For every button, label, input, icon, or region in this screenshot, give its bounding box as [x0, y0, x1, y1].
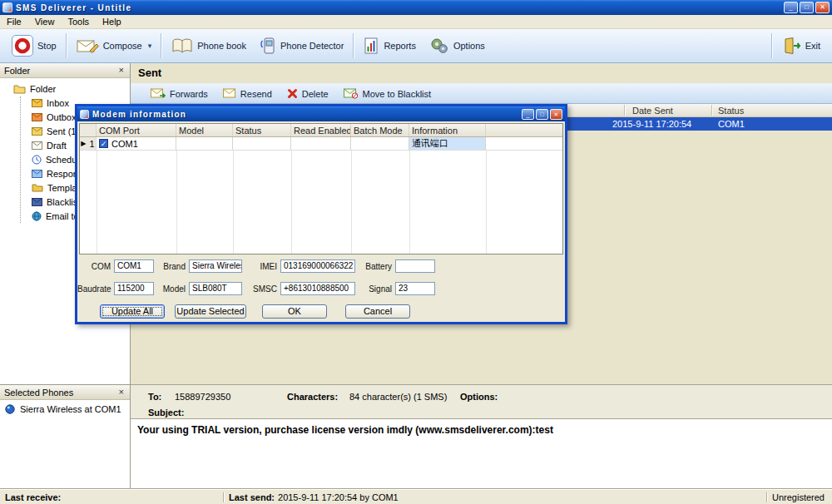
app-window: SMS Deliverer - Untitle _ □ ✕ File View … [0, 0, 832, 504]
phone-detector-label: Phone Detector [280, 41, 344, 51]
sidebar-item-folder-root[interactable]: Folder [0, 82, 130, 96]
schedule-icon [32, 155, 42, 165]
stop-label: Stop [37, 41, 57, 51]
close-icon[interactable]: × [117, 66, 126, 75]
column-header-com-port[interactable]: COM Port [97, 124, 176, 136]
delete-button[interactable]: Delete [287, 88, 329, 99]
delete-icon [287, 88, 298, 99]
folder-panel-title: Folder [4, 66, 30, 76]
selected-phones-panel: Selected Phones × Sierra Wireless at COM… [0, 384, 131, 489]
move-to-blacklist-button[interactable]: Move to Blacklist [344, 88, 432, 99]
model-field[interactable]: SLB080T [189, 282, 242, 295]
sent-icon [32, 127, 42, 136]
forwards-label: Forwards [170, 89, 208, 99]
column-header-information[interactable]: Information [409, 124, 486, 136]
toolbar-separator [161, 33, 162, 58]
smsc-field[interactable]: +8613010888500 [280, 282, 355, 295]
com-field[interactable]: COM1 [114, 259, 154, 273]
grid-line [291, 151, 292, 254]
to-field[interactable]: 15889729350 [175, 392, 230, 402]
battery-field[interactable] [395, 259, 435, 273]
phone-icon [5, 404, 15, 414]
stop-button[interactable]: Stop [5, 32, 63, 60]
grid-line [409, 151, 410, 254]
reports-button[interactable]: Reports [357, 32, 423, 60]
column-separator [624, 105, 625, 116]
forwards-button[interactable]: Forwards [151, 88, 208, 99]
menu-tools[interactable]: Tools [61, 16, 96, 27]
column-header-batch-mode[interactable]: Batch Mode [351, 124, 409, 136]
resend-label: Resend [240, 89, 272, 99]
move-to-blacklist-icon [344, 88, 359, 99]
modem-grid-header: COM Port Model Status Read Enabled Batch… [80, 124, 562, 137]
row-index: 1 [90, 139, 95, 149]
grid-line [97, 151, 97, 254]
menu-file[interactable]: File [0, 16, 28, 27]
options-label: Options [453, 41, 485, 51]
grid-line [233, 151, 234, 254]
sidebar-item-label: Inbox [47, 98, 69, 108]
delete-label: Delete [302, 89, 329, 99]
cell-status: COM1 [718, 119, 745, 129]
cancel-button[interactable]: Cancel [345, 304, 410, 319]
sent-action-toolbar: Forwards Resend Delete Move to Blacklist [131, 83, 832, 104]
exit-button[interactable]: Exit [775, 32, 827, 60]
dialog-window-controls: _ □ ✕ [522, 109, 562, 120]
outbox-icon [32, 113, 42, 121]
imei-field[interactable]: 013169000066322 [280, 259, 355, 273]
column-header-model[interactable]: Model [176, 124, 233, 136]
response-icon [32, 170, 42, 178]
last-receive-label: Last receive: [5, 492, 61, 502]
cell-date-sent: 2015-9-11 17:20:54 [612, 119, 691, 129]
update-all-button[interactable]: Update All [100, 304, 165, 319]
menu-view[interactable]: View [28, 16, 62, 27]
column-separator [711, 105, 712, 116]
close-button[interactable]: ✕ [815, 2, 830, 13]
phonebook-label: Phone book [197, 41, 246, 51]
model-label: Model [157, 284, 186, 294]
inbox-icon [32, 99, 42, 107]
imei-label: IMEI [247, 262, 277, 271]
message-body-field[interactable]: Your using TRIAL version, purchase licen… [131, 418, 832, 489]
exit-label: Exit [805, 41, 820, 51]
compose-button[interactable]: Compose ▾ [70, 32, 159, 60]
column-header-status[interactable]: Status [233, 124, 291, 136]
options-button[interactable]: Options [423, 32, 492, 60]
com-port-value: COM1 [111, 139, 138, 149]
close-icon[interactable]: × [117, 388, 126, 397]
resend-button[interactable]: Resend [223, 88, 272, 99]
maximize-button[interactable]: □ [800, 2, 814, 13]
menu-help[interactable]: Help [96, 16, 128, 27]
signal-label: Signal [359, 284, 392, 294]
chevron-down-icon[interactable]: ▾ [148, 42, 152, 50]
modem-checkbox[interactable]: ✓ [99, 139, 108, 148]
dialog-maximize-button[interactable]: □ [536, 109, 548, 120]
grid-line [486, 151, 487, 254]
list-item-phone[interactable]: Sierra Wireless at COM1 [0, 400, 130, 418]
com-label: COM [77, 262, 111, 271]
column-header-date-sent[interactable]: Date Sent [632, 106, 673, 116]
sidebar-item-label: Folder [30, 84, 56, 94]
cell-status [233, 137, 291, 150]
phonebook-icon [171, 37, 193, 54]
brand-field[interactable]: Sierra Wireless [189, 259, 242, 273]
phone-detector-button[interactable]: Phone Detector [253, 32, 350, 60]
column-header-read-enabled[interactable]: Read Enabled [291, 124, 351, 136]
dialog-close-button[interactable]: ✕ [550, 109, 562, 120]
update-selected-button[interactable]: Update Selected [175, 304, 246, 319]
baudrate-field[interactable]: 115200 [114, 282, 154, 295]
toolbar-separator [66, 33, 67, 58]
characters-value: 84 character(s) (1 SMS) [349, 392, 447, 402]
ok-button[interactable]: OK [262, 304, 327, 319]
signal-field[interactable]: 23 [395, 282, 435, 295]
minimize-button[interactable]: _ [784, 2, 798, 13]
main-toolbar: Stop Compose ▾ Phone book Phone Detector [0, 29, 832, 63]
sidebar-item-label: Email to [46, 211, 79, 221]
column-header-status[interactable]: Status [718, 106, 744, 116]
move-to-blacklist-label: Move to Blacklist [363, 89, 432, 99]
dialog-minimize-button[interactable]: _ [522, 109, 534, 120]
phonebook-button[interactable]: Phone book [165, 32, 253, 60]
blacklist-icon [32, 198, 42, 206]
modem-row[interactable]: ▶ 1 ✓ COM1 通讯端口 [80, 137, 562, 151]
toolbar-separator [771, 33, 773, 58]
